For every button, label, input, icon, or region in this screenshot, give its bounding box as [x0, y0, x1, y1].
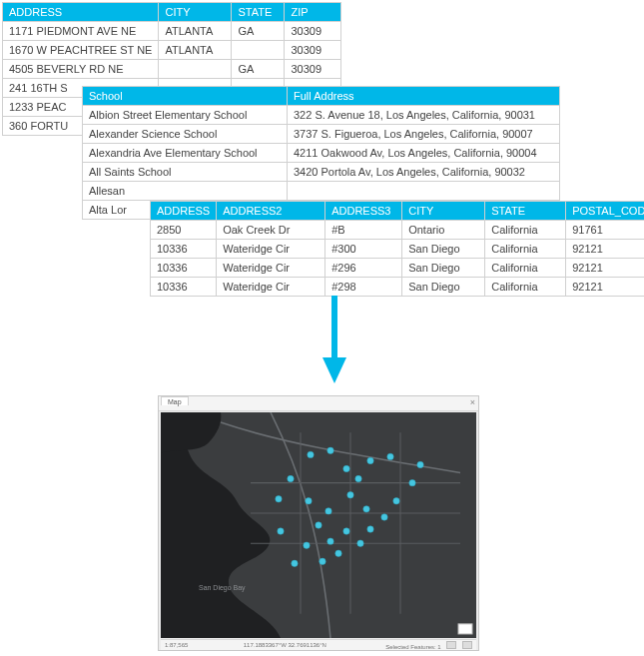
map-toolbar: Map × [159, 396, 478, 411]
cell: Albion Street Elementary School [83, 106, 288, 125]
cell: 10336 [151, 278, 217, 297]
map-point[interactable] [327, 447, 333, 453]
map-point[interactable] [357, 540, 363, 546]
map-point[interactable] [409, 479, 415, 485]
cell: #298 [325, 278, 402, 297]
map-point[interactable] [278, 528, 284, 534]
cell: GA [232, 60, 285, 79]
col-address3-6: POSTAL_CODE [566, 202, 644, 221]
status-coords: 117.1883367°W 32.7691136°N [244, 642, 326, 648]
col-address3-5: STATE [485, 202, 566, 221]
table-row: 1670 W PEACHTREE ST NEATLANTA30309 [3, 41, 341, 60]
table-row: 1171 PIEDMONT AVE NEATLANTAGA30309 [3, 22, 341, 41]
table-row: 10336Wateridge Cir#300San DiegoCaliforni… [151, 240, 645, 259]
table-row: 10336Wateridge Cir#296San DiegoCaliforni… [151, 259, 645, 278]
cell: ATLANTA [159, 22, 232, 41]
status-chip-icon [446, 641, 456, 649]
map-point[interactable] [335, 550, 341, 556]
cell: 30309 [285, 41, 341, 60]
cell [232, 41, 285, 60]
cell: GA [232, 22, 285, 41]
bay-label: San Diego Bay [199, 584, 246, 592]
map-point[interactable] [393, 498, 399, 504]
map-point[interactable] [325, 508, 331, 514]
arrow-down-icon [320, 296, 349, 385]
cell: #300 [325, 240, 402, 259]
map-point[interactable] [343, 528, 349, 534]
cell [288, 182, 560, 201]
close-icon[interactable]: × [470, 397, 475, 407]
cell: Alexandria Ave Elementary School [83, 144, 288, 163]
cell: 3420 Portola Av, Los Angeles, California… [288, 163, 560, 182]
status-chip-icon [462, 641, 472, 649]
map-panel: Map × San Diego Bay 1:87,565 [158, 395, 479, 651]
map-status-bar: 1:87,565 117.1883367°W 32.7691136°N Sele… [161, 639, 476, 650]
map-point[interactable] [292, 560, 298, 566]
map-point[interactable] [355, 475, 361, 481]
cell: California [485, 221, 566, 240]
table-row: Allesan [83, 182, 560, 201]
map-point[interactable] [288, 475, 294, 481]
map-point[interactable] [320, 558, 325, 564]
map-point[interactable] [276, 496, 282, 502]
cell: 2850 [151, 221, 217, 240]
cell: 91761 [566, 221, 644, 240]
map-point[interactable] [363, 506, 369, 512]
cell: San Diego [402, 259, 485, 278]
cell: 1670 W PEACHTREE ST NE [3, 41, 159, 60]
col-address3-2: ADDRESS2 [217, 202, 325, 221]
map-point[interactable] [343, 465, 349, 471]
cell: California [485, 278, 566, 297]
cell: San Diego [402, 240, 485, 259]
table-row: 2850Oak Creek Dr#BOntarioCalifornia91761 [151, 221, 645, 240]
cell: Wateridge Cir [217, 259, 325, 278]
col-city: CITY [159, 3, 232, 22]
cell: 92121 [566, 278, 644, 297]
map-point[interactable] [367, 526, 373, 532]
map-point[interactable] [367, 457, 373, 463]
cell: 322 S. Avenue 18, Los Angeles, Californi… [288, 106, 560, 125]
cell: California [485, 259, 566, 278]
status-scale: 1:87,565 [165, 642, 188, 648]
cell: Wateridge Cir [217, 240, 325, 259]
cell [159, 60, 232, 79]
col-zip: ZIP [285, 3, 341, 22]
map-point[interactable] [306, 498, 312, 504]
col-address3-3: ADDRESS3 [325, 202, 402, 221]
cell: Ontario [402, 221, 485, 240]
status-selected: Selected Features: 1 [385, 644, 440, 650]
col-full-address: Full Address [288, 87, 560, 106]
col-school: School [83, 87, 288, 106]
map-tab[interactable]: Map [161, 396, 189, 405]
map-point[interactable] [387, 453, 393, 459]
map-view[interactable]: San Diego Bay [161, 412, 476, 638]
cell: 1171 PIEDMONT AVE NE [3, 22, 159, 41]
col-address3-4: CITY [402, 202, 485, 221]
svg-marker-1 [322, 357, 346, 383]
cell: Oak Creek Dr [217, 221, 325, 240]
school-table: School Full Address Albion Street Elemen… [82, 86, 560, 220]
map-point[interactable] [316, 522, 322, 528]
map-point[interactable] [304, 542, 310, 548]
cell: 3737 S. Figueroa, Los Angeles, Californi… [288, 125, 560, 144]
table3-body: 2850Oak Creek Dr#BOntarioCalifornia91761… [151, 221, 645, 297]
map-point[interactable] [308, 451, 314, 457]
cell: 10336 [151, 259, 217, 278]
cell: ATLANTA [159, 41, 232, 60]
cell: 10336 [151, 240, 217, 259]
map-point[interactable] [417, 461, 423, 467]
cell: California [485, 240, 566, 259]
cell: 4211 Oakwood Av, Los Angeles, California… [288, 144, 560, 163]
map-point[interactable] [327, 538, 333, 544]
svg-rect-3 [458, 624, 472, 634]
map-point[interactable] [381, 514, 387, 520]
cell: Wateridge Cir [217, 278, 325, 297]
table-row: Alexander Science School3737 S. Figueroa… [83, 125, 560, 144]
cell: 30309 [285, 22, 341, 41]
table-row: 10336Wateridge Cir#298San DiegoCaliforni… [151, 278, 645, 297]
col-address3-1: ADDRESS [151, 202, 217, 221]
col-state: STATE [232, 3, 285, 22]
cell: Allesan [83, 182, 288, 201]
cell: All Saints School [83, 163, 288, 182]
map-point[interactable] [347, 492, 353, 498]
